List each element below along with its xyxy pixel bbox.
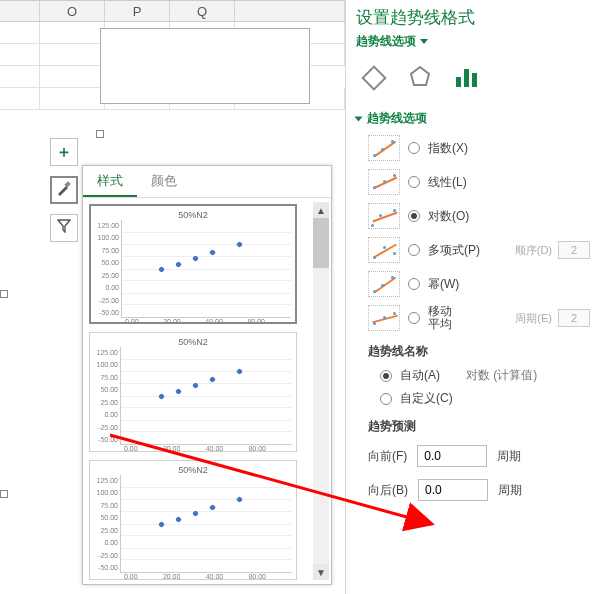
trendline-name-title: 趋势线名称 (356, 335, 590, 364)
resize-handle[interactable] (96, 130, 104, 138)
auto-name-value: 对数 (计算值) (466, 367, 537, 384)
option-logarithmic[interactable]: 对数(O) (356, 199, 590, 233)
order-spinner[interactable]: 2 (558, 241, 590, 259)
radio-icon (408, 210, 420, 222)
power-curve-icon (368, 271, 400, 297)
period-unit: 周期 (498, 482, 522, 499)
format-trendline-pane: 设置趋势线格式 趋势线选项 趋势线选项 指数(X) (345, 0, 600, 594)
period-label: 周期(E) (515, 311, 552, 326)
backward-label: 向后(B) (368, 482, 408, 499)
chart-filters-button[interactable] (50, 214, 78, 242)
scrollbar-thumb[interactable] (313, 218, 329, 268)
chart-elements-button[interactable]: ＋ (50, 138, 78, 166)
trendline-name-custom[interactable]: 自定义(C) (356, 387, 590, 410)
style-thumbnail[interactable]: 50%N2 125.00100.0075.0050.0025.000.00-25… (89, 460, 297, 580)
section-trendline-options[interactable]: 趋势线选项 (356, 106, 590, 131)
radio-icon (380, 393, 392, 405)
pane-subtitle-dropdown[interactable]: 趋势线选项 (346, 31, 600, 56)
svg-marker-1 (411, 67, 429, 85)
pane-title: 设置趋势线格式 (346, 0, 600, 31)
option-linear[interactable]: 线性(L) (356, 165, 590, 199)
option-power[interactable]: 幂(W) (356, 267, 590, 301)
thumbnail-y-ticks: 125.00100.0075.0050.0025.000.00-25.00-50… (95, 220, 121, 318)
chart-object[interactable] (100, 28, 310, 104)
scroll-down-arrow[interactable]: ▼ (313, 564, 329, 580)
caret-down-icon (420, 39, 428, 44)
period-unit: 周期 (497, 448, 521, 465)
radio-icon (408, 244, 420, 256)
option-exponential[interactable]: 指数(X) (356, 131, 590, 165)
resize-handle[interactable] (0, 490, 8, 498)
style-thumbnail[interactable]: 50%N2 125.00100.0075.0050.0025.000.00-25… (89, 332, 297, 452)
scroll-up-arrow[interactable]: ▲ (313, 202, 329, 218)
chart-style-gallery: 样式 颜色 50%N2 125.00100.0075.0050.0025.000… (82, 165, 332, 585)
column-header[interactable]: O (40, 1, 105, 21)
spreadsheet-grid: O P Q ＋ 样式 颜色 (0, 0, 345, 594)
pentagon-icon (409, 65, 431, 91)
order-label: 顺序(D) (515, 243, 552, 258)
option-moving-average[interactable]: 移动平均 周期(E) 2 (356, 301, 590, 335)
backward-input[interactable] (418, 479, 488, 501)
thumbnail-title: 50%N2 (95, 210, 291, 220)
forward-input[interactable] (417, 445, 487, 467)
radio-icon (408, 176, 420, 188)
plus-icon: ＋ (56, 142, 72, 163)
radio-icon (408, 278, 420, 290)
radio-icon (408, 142, 420, 154)
style-thumbnail[interactable]: 50%N2 125.00100.0075.0050.0025.000.00-25… (89, 204, 297, 324)
radio-icon (380, 370, 392, 382)
tab-color[interactable]: 颜色 (137, 166, 191, 197)
period-spinner[interactable]: 2 (558, 309, 590, 327)
forecast-title: 趋势预测 (356, 410, 590, 439)
column-header[interactable]: Q (170, 1, 235, 21)
chart-styles-button[interactable] (50, 176, 78, 204)
logarithmic-curve-icon (368, 203, 400, 229)
fill-line-tab[interactable] (360, 64, 388, 92)
trendline-options-tab[interactable] (452, 64, 480, 92)
effects-tab[interactable] (406, 64, 434, 92)
resize-handle[interactable] (0, 290, 8, 298)
polynomial-curve-icon (368, 237, 400, 263)
thumbnail-title: 50%N2 (94, 337, 292, 347)
scrollbar-track[interactable] (313, 218, 329, 564)
brush-icon (56, 180, 72, 200)
linear-curve-icon (368, 169, 400, 195)
column-header-row: O P Q (0, 0, 345, 22)
moving-average-curve-icon (368, 305, 400, 331)
trendline-name-auto[interactable]: 自动(A) 对数 (计算值) (356, 364, 590, 387)
option-polynomial[interactable]: 多项式(P) 顺序(D) 2 (356, 233, 590, 267)
bar-chart-icon (456, 69, 477, 87)
expand-triangle-icon (355, 116, 363, 121)
thumbnail-plot (121, 220, 291, 318)
forward-label: 向前(F) (368, 448, 407, 465)
column-header[interactable]: P (105, 1, 170, 21)
paint-bucket-icon (361, 65, 386, 90)
tab-style[interactable]: 样式 (83, 166, 137, 197)
funnel-icon (57, 219, 71, 237)
thumbnail-title: 50%N2 (94, 465, 292, 475)
exponential-curve-icon (368, 135, 400, 161)
radio-icon (408, 312, 420, 324)
